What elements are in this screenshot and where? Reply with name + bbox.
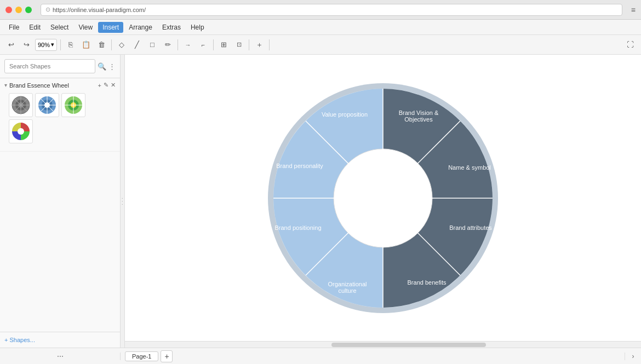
main-layout: 🔍 ⋮ ▾ Brand Essence Wheel + ✎ ✕ bbox=[0, 55, 641, 348]
canvas-area: Value proposition Brand Vision & Objecti… bbox=[125, 55, 641, 348]
label-value-proposition: Value proposition bbox=[322, 111, 368, 117]
add-button[interactable]: ＋ bbox=[253, 38, 266, 51]
toolbar-separator-4 bbox=[213, 39, 214, 50]
zoom-value: 90% bbox=[38, 42, 50, 48]
titlebar: ⊙ https://online.visual-paradigm.com/ ≡ bbox=[0, 0, 641, 20]
label-brand-vision-2: Objectives bbox=[404, 115, 433, 122]
arrow-button[interactable]: → bbox=[181, 38, 194, 51]
shape-thumb-4[interactable] bbox=[9, 119, 33, 143]
label-brand-attributes: Brand attributes bbox=[449, 224, 492, 230]
panel-resizer[interactable]: · · · bbox=[121, 55, 125, 348]
menu-edit[interactable]: Edit bbox=[25, 22, 45, 33]
statusbar-left: ⋯ bbox=[0, 353, 121, 360]
canvas[interactable]: Value proposition Brand Vision & Objecti… bbox=[125, 55, 641, 341]
add-shapes-button[interactable]: + Shapes... bbox=[4, 337, 116, 343]
grid-button[interactable]: ⊡ bbox=[232, 38, 245, 51]
wheel-diagram: Value proposition Brand Vision & Objecti… bbox=[262, 78, 503, 319]
menu-view[interactable]: View bbox=[74, 22, 97, 33]
label-brand-vision: Brand Vision & bbox=[399, 109, 439, 115]
search-input[interactable] bbox=[4, 59, 95, 73]
label-name-symbol: Name & symbol bbox=[448, 164, 491, 170]
copy-button[interactable]: ⎘ bbox=[64, 38, 77, 51]
fill-button[interactable]: ◇ bbox=[115, 38, 128, 51]
toolbar-separator-3 bbox=[178, 39, 178, 50]
add-shape-icon[interactable]: + bbox=[98, 82, 101, 89]
shapes-header: ▾ Brand Essence Wheel + ✎ ✕ bbox=[4, 82, 116, 89]
shape-thumb-2[interactable] bbox=[35, 93, 59, 117]
shape-thumb-1[interactable] bbox=[9, 93, 33, 117]
search-icon[interactable]: 🔍 bbox=[98, 62, 106, 71]
menu-help[interactable]: Help bbox=[186, 22, 209, 33]
toolbar-separator-1 bbox=[60, 39, 61, 50]
menu-extras[interactable]: Extras bbox=[158, 22, 185, 33]
toolbar-separator-5 bbox=[249, 39, 249, 50]
align-button[interactable]: ⊞ bbox=[217, 38, 230, 51]
close-shape-icon[interactable]: ✕ bbox=[111, 82, 116, 89]
delete-button[interactable]: 🗑 bbox=[95, 38, 108, 51]
connector-button[interactable]: ⌐ bbox=[197, 38, 210, 51]
menu-insert[interactable]: Insert bbox=[98, 22, 123, 33]
menu-file[interactable]: File bbox=[4, 22, 24, 33]
shape-thumb-3[interactable] bbox=[61, 93, 85, 117]
shapes-grid bbox=[4, 89, 116, 148]
label-org-culture-2: culture bbox=[338, 287, 356, 293]
paste-button[interactable]: 📋 bbox=[79, 38, 93, 51]
statusbar-tabs: Page-1 + bbox=[121, 350, 625, 362]
url-icon: ⊙ bbox=[45, 6, 50, 13]
center-label-1: BRAND bbox=[372, 190, 394, 197]
maximize-button[interactable] bbox=[25, 7, 32, 13]
hamburger-icon[interactable]: ≡ bbox=[631, 5, 636, 14]
traffic-lights bbox=[5, 7, 32, 13]
toolbar: ↩ ↪ 90% ▾ ⎘ 📋 🗑 ◇ ╱ □ ✏ → ⌐ ⊞ ⊡ ＋ ⛶ bbox=[0, 35, 641, 55]
shapes-section: ▾ Brand Essence Wheel + ✎ ✕ bbox=[0, 78, 120, 152]
toolbar-separator-2 bbox=[111, 39, 112, 50]
line-button[interactable]: ╱ bbox=[130, 38, 144, 51]
label-brand-benefits: Brand benefits bbox=[408, 279, 447, 285]
page-tab-1[interactable]: Page-1 bbox=[125, 351, 158, 361]
toolbar-separator-6 bbox=[269, 39, 270, 50]
horizontal-scrollbar[interactable] bbox=[125, 341, 641, 348]
zoom-arrow: ▾ bbox=[51, 41, 54, 48]
url-text: https://online.visual-paradigm.com/ bbox=[53, 7, 146, 13]
statusbar: ⋯ Page-1 + › bbox=[0, 348, 641, 364]
zoom-selector[interactable]: 90% ▾ bbox=[35, 39, 57, 51]
minimize-button[interactable] bbox=[15, 7, 22, 13]
search-bar: 🔍 ⋮ bbox=[0, 55, 120, 78]
undo-button[interactable]: ↩ bbox=[4, 38, 18, 51]
url-bar[interactable]: ⊙ https://online.visual-paradigm.com/ bbox=[41, 4, 622, 16]
collapse-panel-button[interactable]: › bbox=[632, 353, 634, 360]
scrollbar-thumb[interactable] bbox=[331, 343, 487, 347]
shapes-section-title: Brand Essence Wheel bbox=[9, 82, 96, 89]
statusbar-right: › bbox=[625, 353, 641, 360]
left-panel: 🔍 ⋮ ▾ Brand Essence Wheel + ✎ ✕ bbox=[0, 55, 121, 348]
rect-button[interactable]: □ bbox=[146, 38, 159, 51]
add-page-button[interactable]: + bbox=[161, 350, 173, 362]
menu-select[interactable]: Select bbox=[46, 22, 73, 33]
panel-menu-icon[interactable]: ⋮ bbox=[108, 62, 116, 71]
add-shapes-label: + Shapes... bbox=[4, 337, 35, 343]
label-brand-positioning: Brand positioning bbox=[274, 224, 321, 230]
menubar: File Edit Select View Insert Arrange Ext… bbox=[0, 20, 641, 35]
center-label-2: ESSENCE bbox=[369, 199, 398, 206]
page-tab-label: Page-1 bbox=[132, 353, 151, 360]
redo-button[interactable]: ↪ bbox=[20, 38, 33, 51]
statusbar-menu-icon[interactable]: ⋯ bbox=[57, 353, 64, 360]
close-button[interactable] bbox=[5, 7, 12, 13]
shapes-footer: + Shapes... bbox=[0, 332, 120, 348]
label-brand-personality: Brand personality bbox=[276, 162, 323, 169]
edit-shape-icon[interactable]: ✎ bbox=[104, 82, 108, 89]
menu-arrange[interactable]: Arrange bbox=[124, 22, 157, 33]
svg-point-19 bbox=[18, 128, 24, 135]
fullscreen-button[interactable]: ⛶ bbox=[623, 38, 637, 51]
collapse-arrow[interactable]: ▾ bbox=[4, 82, 7, 88]
pen-button[interactable]: ✏ bbox=[161, 38, 174, 51]
canvas-inner: Value proposition Brand Vision & Objecti… bbox=[125, 55, 641, 341]
label-org-culture-1: Organizational bbox=[328, 280, 367, 287]
